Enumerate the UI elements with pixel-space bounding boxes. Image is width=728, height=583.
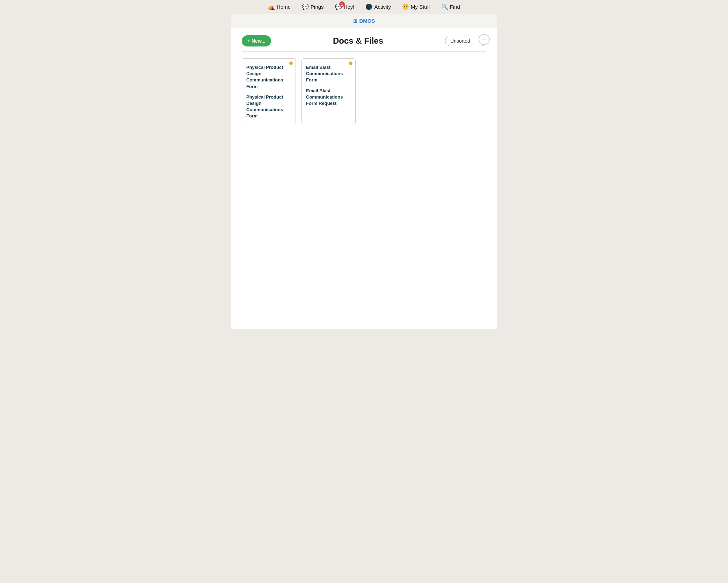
card-subtitle: Email Blast Communications Form Request xyxy=(306,88,351,107)
card-title: Physical Product Design Communications F… xyxy=(246,64,291,90)
nav-label-mystuff: My Stuff xyxy=(411,4,430,10)
nav-item-activity[interactable]: 🌑 Activity xyxy=(365,3,391,10)
project-bar: ⊞ DMOS xyxy=(231,14,497,28)
hey-badge: 1 xyxy=(339,1,345,7)
content-header: + New... Docs & Files Unsorted A–Z Z–A N… xyxy=(242,35,486,51)
page-title: Docs & Files xyxy=(271,36,445,46)
nav-item-home[interactable]: ⛺ Home xyxy=(268,3,291,10)
nav-item-hey[interactable]: 💬 1 Hey! xyxy=(335,3,355,10)
nav-label-activity: Activity xyxy=(374,4,391,10)
nav-item-mystuff[interactable]: 🙂 My Stuff xyxy=(402,3,430,10)
doc-card[interactable]: Physical Product Design Communications F… xyxy=(242,58,296,124)
find-icon: 🔍 xyxy=(441,3,448,10)
mystuff-icon: 🙂 xyxy=(402,3,409,10)
more-menu-button[interactable]: ··· xyxy=(479,34,490,45)
activity-icon: 🌑 xyxy=(365,3,372,10)
doc-card[interactable]: Email Blast Communications Form Email Bl… xyxy=(301,58,356,124)
nav-label-pings: Pings xyxy=(311,4,324,10)
nav-label-find: Find xyxy=(450,4,460,10)
card-indicator xyxy=(289,62,293,65)
nav-label-home: Home xyxy=(277,4,291,10)
nav-item-find[interactable]: 🔍 Find xyxy=(441,3,460,10)
nav-item-pings[interactable]: 💬 Pings xyxy=(302,3,324,10)
card-indicator xyxy=(349,62,352,65)
project-name-label: DMOS xyxy=(359,18,375,24)
nav-label-hey: Hey! xyxy=(344,4,355,10)
main-content: ··· + New... Docs & Files Unsorted A–Z Z… xyxy=(231,28,497,329)
cards-grid: Physical Product Design Communications F… xyxy=(242,58,486,124)
home-icon: ⛺ xyxy=(268,3,275,10)
card-title: Email Blast Communications Form xyxy=(306,64,351,84)
pings-icon: 💬 xyxy=(302,3,309,10)
top-nav: ⛺ Home 💬 Pings 💬 1 Hey! 🌑 Activity 🙂 My … xyxy=(0,0,728,14)
card-subtitle: Physical Product Design Communications F… xyxy=(246,94,291,120)
grid-icon: ⊞ xyxy=(353,18,357,24)
project-name-link[interactable]: ⊞ DMOS xyxy=(353,18,375,24)
new-button[interactable]: + New... xyxy=(242,35,271,46)
